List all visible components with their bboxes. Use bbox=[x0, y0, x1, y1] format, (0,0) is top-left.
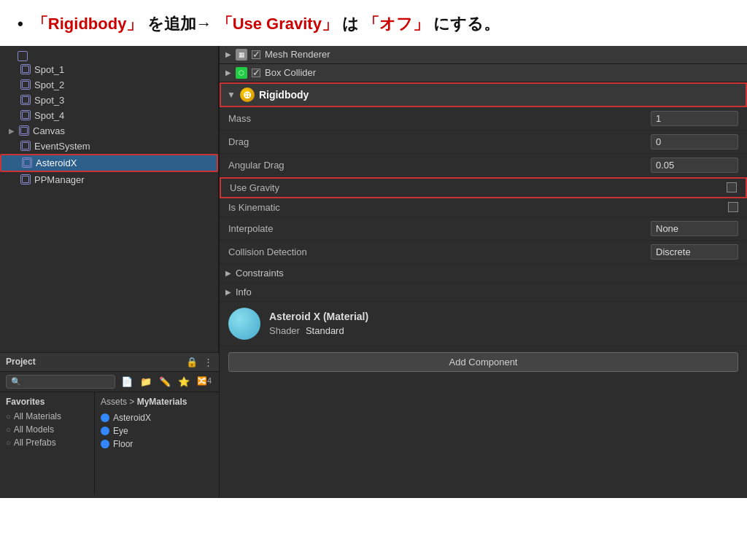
fav-icon-models: ○ bbox=[6, 425, 11, 434]
filter-icon[interactable]: 🔀4 bbox=[197, 376, 212, 387]
box-collider-arrow: ▶ bbox=[225, 69, 231, 77]
end-text: にする。 bbox=[433, 15, 500, 33]
hierarchy-item-eventsystem[interactable]: EventSystem bbox=[0, 139, 218, 154]
star-icon[interactable]: ⭐ bbox=[178, 376, 190, 387]
info-section-header[interactable]: ▶ Info bbox=[220, 283, 747, 302]
shader-label: Shader bbox=[269, 325, 300, 336]
property-row-drag: Drag 0 bbox=[220, 131, 747, 154]
material-shader-row: Shader Standard bbox=[269, 325, 738, 336]
fav-item-materials[interactable]: ○ All Materials bbox=[6, 410, 88, 423]
middle-text2: は bbox=[342, 15, 359, 33]
screenshot-area: ​ Spot_1 Spot_2 Spot_3 bbox=[0, 46, 747, 498]
collision-detection-label: Collision Detection bbox=[228, 246, 651, 257]
hierarchy-panel: ​ Spot_1 Spot_2 Spot_3 bbox=[0, 46, 219, 352]
asset-label-eye: Eye bbox=[113, 426, 128, 436]
asset-item-floor[interactable]: Floor bbox=[101, 438, 213, 451]
use-gravity-label: Use Gravity bbox=[230, 182, 727, 193]
project-tab-label[interactable]: Project bbox=[6, 357, 36, 367]
constraints-section-header[interactable]: ▶ Constraints bbox=[220, 264, 747, 283]
mass-value[interactable]: 1 bbox=[651, 111, 738, 126]
hierarchy-item-ppmanager[interactable]: PPManager bbox=[0, 172, 218, 187]
use-gravity-checkbox[interactable] bbox=[727, 182, 737, 192]
fav-item-prefabs[interactable]: ○ All Prefabs bbox=[6, 436, 88, 449]
property-row-angular-drag: Angular Drag 0.05 bbox=[220, 154, 747, 177]
create-icon[interactable]: 📄 bbox=[121, 376, 133, 387]
collision-detection-value[interactable]: Discrete bbox=[651, 244, 738, 260]
ppmanager-label: PPManager bbox=[34, 174, 85, 185]
mesh-renderer-icon: ▦ bbox=[236, 49, 247, 61]
constraints-arrow: ▶ bbox=[225, 269, 231, 277]
folder-icon[interactable]: 📁 bbox=[140, 376, 152, 387]
project-toolbar-icons: 🔒 ⋮ bbox=[186, 357, 213, 368]
rigidbody-label: Rigidbody bbox=[259, 89, 309, 101]
mesh-renderer-checkbox[interactable]: ✓ bbox=[252, 50, 260, 59]
eventsystem-label: EventSystem bbox=[34, 141, 90, 152]
off-text: 「オフ」 bbox=[363, 15, 429, 33]
asset-dot-floor bbox=[101, 440, 109, 448]
search-box[interactable]: 🔍 bbox=[6, 375, 115, 389]
middle-text1: を追加→ bbox=[147, 15, 217, 33]
property-row-is-kinematic: Is Kinematic bbox=[220, 198, 747, 217]
constraints-label: Constraints bbox=[236, 268, 284, 279]
fav-icon-materials: ○ bbox=[6, 412, 11, 421]
material-name[interactable]: Asteroid X (Material) bbox=[269, 311, 738, 322]
fav-label-prefabs: All Prefabs bbox=[14, 438, 56, 448]
hierarchy-item-spot3[interactable]: Spot_3 bbox=[0, 93, 218, 108]
asteroidx-label: AsteroidX bbox=[36, 158, 77, 168]
assets-panel: Assets > MyMaterials AsteroidX Eye bbox=[95, 392, 219, 494]
assets-breadcrumb: Assets > MyMaterials bbox=[101, 397, 213, 407]
interpolate-label: Interpolate bbox=[228, 223, 651, 234]
is-kinematic-checkbox[interactable] bbox=[728, 202, 738, 212]
breadcrumb-assets[interactable]: Assets bbox=[101, 397, 127, 407]
hierarchy-item-spot2[interactable]: Spot_2 bbox=[0, 77, 218, 93]
angular-drag-value[interactable]: 0.05 bbox=[651, 158, 738, 173]
breadcrumb-folder[interactable]: MyMaterials bbox=[137, 397, 187, 407]
mesh-renderer-header[interactable]: ▶ ▦ ✓ Mesh Renderer bbox=[220, 46, 747, 64]
drag-value[interactable]: 0 bbox=[651, 134, 738, 149]
box-collider-header[interactable]: ▶ ⬡ ✓ Box Collider bbox=[220, 64, 747, 82]
box-collider-label: Box Collider bbox=[265, 67, 316, 78]
is-kinematic-label: Is Kinematic bbox=[228, 202, 728, 213]
project-header: Project 🔒 ⋮ bbox=[0, 353, 219, 372]
asset-item-eye[interactable]: Eye bbox=[101, 424, 213, 438]
rigidbody-text: 「Rigidbody」 bbox=[32, 15, 143, 33]
material-section: Asteroid X (Material) Shader Standard bbox=[220, 302, 747, 346]
lock-icon[interactable]: 🔒 bbox=[186, 357, 198, 368]
mass-label: Mass bbox=[228, 113, 651, 124]
interpolate-value[interactable]: None bbox=[651, 221, 738, 236]
left-panel-wrapper: ​ Spot_1 Spot_2 Spot_3 bbox=[0, 46, 219, 498]
favorites-title: Favorites bbox=[6, 397, 88, 407]
hierarchy-list: ​ Spot_1 Spot_2 Spot_3 bbox=[0, 46, 218, 352]
search-icon: 🔍 bbox=[11, 377, 21, 386]
box-collider-icon: ⬡ bbox=[236, 67, 247, 79]
hierarchy-item-canvas[interactable]: ▶ Canvas bbox=[0, 123, 218, 139]
fav-item-models[interactable]: ○ All Models bbox=[6, 423, 88, 436]
spot3-label: Spot_3 bbox=[34, 95, 64, 106]
drag-label: Drag bbox=[228, 136, 651, 147]
rigidbody-header[interactable]: ▼ Rigidbody bbox=[220, 82, 747, 107]
hierarchy-item-spot1[interactable]: Spot_1 bbox=[0, 62, 218, 77]
asset-item-asteroidx[interactable]: AsteroidX bbox=[101, 411, 213, 424]
mesh-renderer-label: Mesh Renderer bbox=[265, 49, 330, 60]
instruction-bar: • 「Rigidbody」 を追加→ 「Use Gravity」 は 「オフ」 … bbox=[0, 0, 747, 46]
project-search-bar: 🔍 📄 📁 ✏️ ⭐ 🔀4 bbox=[0, 372, 219, 392]
favorites-panel: Favorites ○ All Materials ○ All Models ○… bbox=[0, 392, 95, 494]
add-component-button[interactable]: Add Component bbox=[228, 352, 738, 372]
asset-dot-asteroidx bbox=[101, 413, 109, 422]
spot2-label: Spot_2 bbox=[34, 79, 64, 90]
hierarchy-item-spot4[interactable]: Spot_4 bbox=[0, 108, 218, 123]
property-row-use-gravity: Use Gravity bbox=[220, 177, 747, 198]
angular-drag-label: Angular Drag bbox=[228, 160, 651, 171]
bullet: • bbox=[18, 15, 23, 33]
hierarchy-item-asteroidx[interactable]: AsteroidX bbox=[0, 154, 218, 172]
menu-icon[interactable]: ⋮ bbox=[204, 357, 213, 368]
fav-label-models: All Models bbox=[14, 424, 54, 435]
project-panel: Project 🔒 ⋮ 🔍 📄 📁 ✏️ ⭐ 🔀4 bbox=[0, 352, 219, 498]
rigidbody-expand-arrow: ▼ bbox=[227, 90, 236, 100]
material-info: Asteroid X (Material) Shader Standard bbox=[269, 311, 738, 336]
brush-icon[interactable]: ✏️ bbox=[159, 376, 171, 387]
inspector-panel: ▶ ▦ ✓ Mesh Renderer ▶ ⬡ ✓ Box Collider ▼… bbox=[219, 46, 747, 498]
box-collider-checkbox[interactable]: ✓ bbox=[252, 69, 260, 77]
shader-value[interactable]: Standard bbox=[306, 325, 344, 336]
hierarchy-item-cropped[interactable]: ​ bbox=[0, 49, 218, 62]
